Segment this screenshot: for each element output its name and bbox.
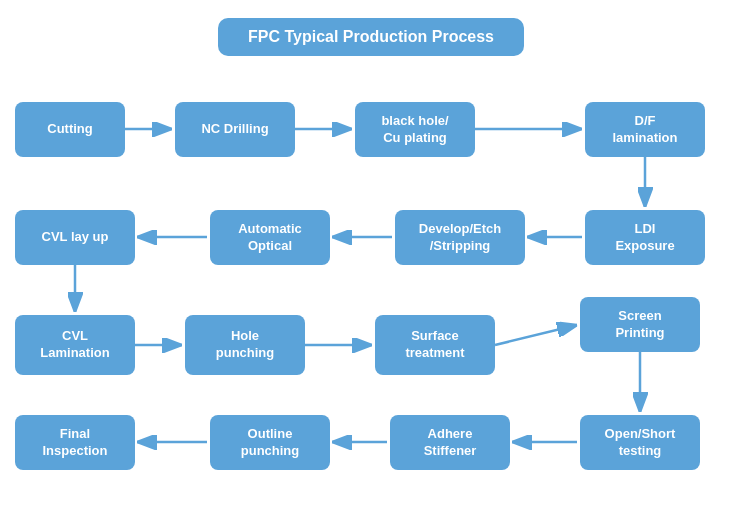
process-box-cvl-lamination: CVLLamination: [15, 315, 135, 375]
process-box-ldi-exposure: LDIExposure: [585, 210, 705, 265]
process-box-black-hole: black hole/Cu plating: [355, 102, 475, 157]
diagram-container: FPC Typical Production Process: [0, 0, 742, 522]
process-box-df-lamination: D/Flamination: [585, 102, 705, 157]
process-box-adhere-stiffener: AdhereStiffener: [390, 415, 510, 470]
process-box-cvl-layup: CVL lay up: [15, 210, 135, 265]
process-box-develop-etch: Develop/Etch/Stripping: [395, 210, 525, 265]
process-box-screen-printing: ScreenPrinting: [580, 297, 700, 352]
process-box-hole-punching: Holepunching: [185, 315, 305, 375]
process-box-outline-punching: Outlinepunching: [210, 415, 330, 470]
svg-line-11: [495, 325, 577, 345]
process-box-cutting: Cutting: [15, 102, 125, 157]
process-box-surface-treatment: Surfacetreatment: [375, 315, 495, 375]
process-box-nc-drilling: NC Drilling: [175, 102, 295, 157]
process-box-open-short: Open/Shorttesting: [580, 415, 700, 470]
process-box-auto-optical: AutomaticOptical: [210, 210, 330, 265]
process-box-final-inspection: FinalInspection: [15, 415, 135, 470]
title-box: FPC Typical Production Process: [218, 18, 524, 56]
